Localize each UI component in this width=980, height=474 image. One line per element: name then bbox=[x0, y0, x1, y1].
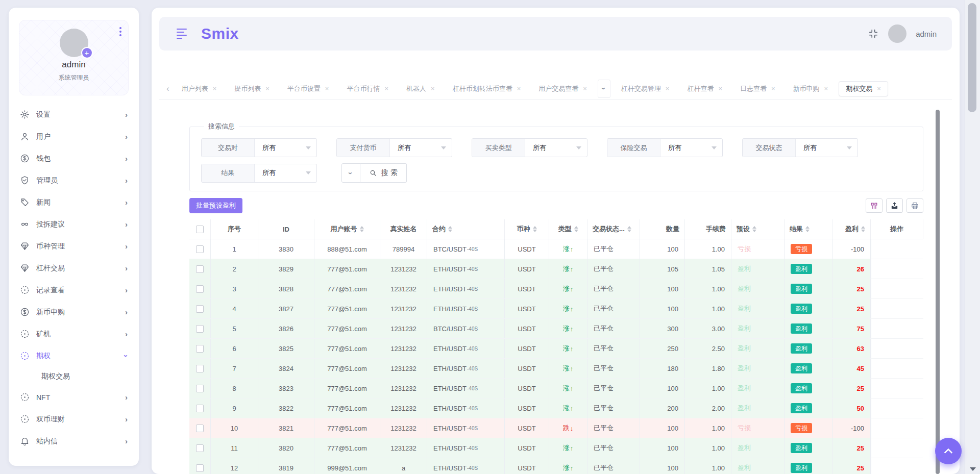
column-header[interactable]: 盈利 bbox=[832, 219, 871, 239]
search-field-select[interactable]: 所有 bbox=[255, 139, 316, 157]
tab-close-icon[interactable] bbox=[384, 85, 388, 92]
user-avatar[interactable] bbox=[888, 24, 906, 43]
row-checkbox[interactable] bbox=[196, 365, 204, 372]
sidebar-item[interactable]: 钱包 bbox=[20, 147, 128, 169]
tab[interactable]: 杠杆查看 bbox=[680, 81, 729, 96]
column-header[interactable]: ID bbox=[258, 219, 314, 239]
avatar-add-button[interactable]: + bbox=[81, 47, 93, 59]
sort-carets-icon[interactable] bbox=[448, 226, 452, 232]
batch-preset-profit-button[interactable]: 批量预设盈利 bbox=[189, 198, 242, 213]
tab-close-icon[interactable] bbox=[666, 85, 670, 92]
search-field-select[interactable]: 所有 bbox=[660, 139, 722, 157]
sidebar-item[interactable]: 管理员 bbox=[20, 169, 128, 191]
search-field-select[interactable]: 所有 bbox=[390, 139, 452, 157]
fullscreen-toggle-icon[interactable] bbox=[868, 28, 879, 39]
sort-carets-icon[interactable] bbox=[861, 226, 865, 232]
profile-menu-kebab-icon[interactable] bbox=[118, 26, 123, 38]
tab-close-icon[interactable] bbox=[718, 85, 722, 92]
column-header-label: 真实姓名 bbox=[390, 224, 417, 234]
browser-scrollbar[interactable] bbox=[965, 0, 980, 474]
column-header[interactable]: 结果 bbox=[785, 219, 832, 239]
select-all-checkbox[interactable] bbox=[196, 226, 204, 233]
sidebar-item[interactable]: 站内信 bbox=[20, 430, 128, 452]
sidebar-item[interactable]: 记录查看 bbox=[20, 279, 128, 301]
sidebar-item[interactable]: 杠杆交易 bbox=[20, 257, 128, 279]
row-checkbox[interactable] bbox=[196, 425, 204, 432]
tab[interactable] bbox=[598, 80, 610, 98]
column-header[interactable]: 数量 bbox=[640, 219, 685, 239]
sidebar-item[interactable]: 币种管理 bbox=[20, 235, 128, 257]
column-header[interactable]: 币种 bbox=[505, 219, 549, 239]
sidebar-item[interactable]: 新币申购 bbox=[20, 301, 128, 323]
tab[interactable]: 用户交易查看 bbox=[531, 81, 594, 96]
tab-close-icon[interactable] bbox=[583, 85, 587, 92]
row-checkbox[interactable] bbox=[196, 245, 204, 253]
tab-close-icon[interactable] bbox=[771, 85, 775, 92]
sidebar-item[interactable]: 投拆建议 bbox=[20, 213, 128, 235]
tab[interactable]: 提币列表 bbox=[227, 81, 277, 96]
sidebar-item[interactable]: 新闻 bbox=[20, 191, 128, 213]
column-header[interactable]: 用户账号 bbox=[314, 219, 380, 239]
row-checkbox[interactable] bbox=[196, 285, 204, 293]
tab[interactable]: 杠杆交易管理 bbox=[614, 81, 677, 96]
tab-close-icon[interactable] bbox=[824, 85, 828, 92]
search-field-select[interactable]: 所有 bbox=[255, 164, 316, 182]
tab[interactable]: 平台币设置 bbox=[280, 81, 336, 96]
tab-close-icon[interactable] bbox=[877, 85, 881, 92]
column-header[interactable]: 交易状态... bbox=[587, 219, 640, 239]
row-checkbox[interactable] bbox=[196, 385, 204, 392]
sidebar-item[interactable]: NFT bbox=[20, 386, 128, 408]
tab-close-icon[interactable] bbox=[213, 85, 217, 92]
columns-filter-button[interactable] bbox=[866, 198, 883, 213]
column-header[interactable]: 手续费 bbox=[685, 219, 731, 239]
search-field-select[interactable]: 所有 bbox=[525, 139, 587, 157]
row-checkbox[interactable] bbox=[196, 265, 204, 273]
sort-carets-icon[interactable] bbox=[574, 226, 578, 232]
search-dropdown-button[interactable] bbox=[341, 163, 360, 183]
sidebar-item[interactable]: 用户 bbox=[20, 126, 128, 147]
tab[interactable]: 用户列表 bbox=[175, 81, 224, 96]
sidebar-item[interactable]: 设置 bbox=[20, 104, 128, 126]
tab-close-icon[interactable] bbox=[517, 85, 521, 92]
tab[interactable]: 新币申购 bbox=[786, 81, 836, 96]
search-field-select[interactable]: 所有 bbox=[796, 139, 857, 157]
sidebar-item[interactable]: 矿机 bbox=[20, 323, 128, 345]
sidebar-item[interactable]: 期权 bbox=[20, 345, 128, 367]
sidebar-item[interactable]: 双币理财 bbox=[20, 408, 128, 430]
search-button[interactable]: 搜 索 bbox=[360, 163, 407, 183]
tab-close-icon[interactable] bbox=[431, 85, 435, 92]
tab[interactable]: 期权交易 bbox=[839, 81, 888, 96]
sort-carets-icon[interactable] bbox=[360, 226, 364, 232]
column-header[interactable]: 合约 bbox=[427, 219, 505, 239]
sort-carets-icon[interactable] bbox=[627, 226, 631, 232]
sort-carets-icon[interactable] bbox=[533, 226, 537, 232]
scrollbar-down-arrow-icon[interactable] bbox=[970, 467, 976, 471]
row-checkbox[interactable] bbox=[196, 444, 204, 452]
browser-scrollbar-thumb[interactable] bbox=[968, 3, 976, 112]
row-checkbox[interactable] bbox=[196, 405, 204, 412]
tabs-scroll-left-icon[interactable] bbox=[166, 84, 169, 94]
tab-close-icon[interactable] bbox=[265, 85, 270, 92]
tab[interactable]: 日志查看 bbox=[733, 81, 782, 96]
tab[interactable]: 机器人 bbox=[399, 81, 442, 96]
sort-carets-icon[interactable] bbox=[805, 226, 810, 232]
row-checkbox[interactable] bbox=[196, 325, 204, 333]
sort-carets-icon[interactable] bbox=[752, 226, 756, 232]
export-button[interactable] bbox=[886, 198, 903, 213]
content-scrollbar-thumb[interactable] bbox=[936, 110, 940, 474]
row-checkbox[interactable] bbox=[196, 464, 204, 472]
column-header[interactable]: 操作 bbox=[871, 219, 923, 239]
scroll-to-top-button[interactable] bbox=[935, 438, 962, 464]
tab-close-icon[interactable] bbox=[325, 85, 329, 92]
column-header[interactable]: 真实姓名 bbox=[380, 219, 427, 239]
tab[interactable]: 杠杆币划转法币查看 bbox=[446, 81, 528, 96]
hamburger-menu-icon[interactable] bbox=[175, 27, 189, 41]
row-checkbox[interactable] bbox=[196, 345, 204, 353]
print-button[interactable] bbox=[906, 198, 923, 213]
column-header[interactable]: 类型 bbox=[549, 219, 587, 239]
row-checkbox[interactable] bbox=[196, 305, 204, 313]
tab[interactable]: 平台币行情 bbox=[339, 81, 396, 96]
column-header[interactable]: 预设 bbox=[731, 219, 785, 239]
column-header[interactable]: 序号 bbox=[211, 219, 258, 239]
sidebar-item[interactable]: 期权交易 bbox=[20, 367, 128, 386]
